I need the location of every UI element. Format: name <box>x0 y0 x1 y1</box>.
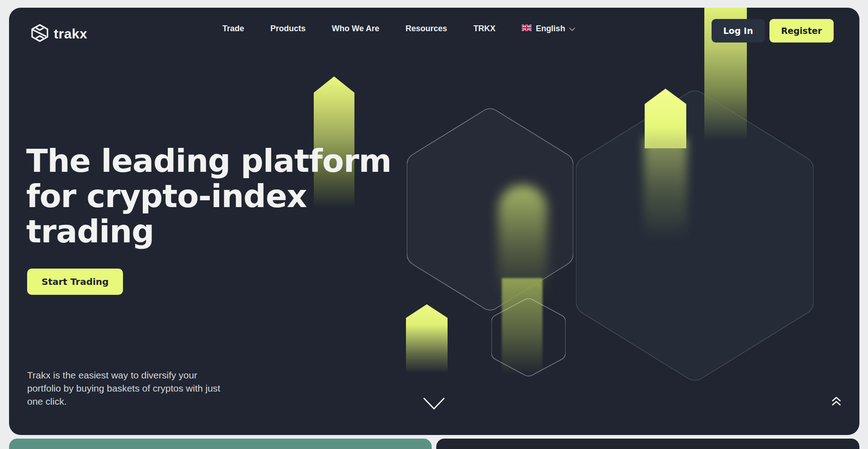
nav-item-trkx[interactable]: TRKX <box>473 24 495 33</box>
decor-lime-arrow-bottom <box>406 304 448 373</box>
nav-item-products[interactable]: Products <box>270 24 306 33</box>
main-navigation: Trade Products Who We Are Resources TRKX… <box>222 8 575 49</box>
decor-lime-arrow-right <box>645 89 686 148</box>
next-section-preview <box>9 439 859 449</box>
start-trading-button[interactable]: Start Trading <box>27 269 123 295</box>
nav-item-resources[interactable]: Resources <box>406 24 447 33</box>
uk-flag-icon <box>522 24 532 33</box>
teal-section-card <box>9 439 432 449</box>
page-background: { "colors": { "accent_lime": "#e7f87b", … <box>0 0 868 449</box>
nav-item-who-we-are[interactable]: Who We Are <box>332 24 379 33</box>
language-selector[interactable]: English <box>522 24 575 33</box>
logo-wordmark: trakx <box>54 26 87 42</box>
decor-hexagon-outline-small <box>491 298 566 377</box>
decor-lime-arrow-right-tail <box>644 138 687 240</box>
decor-olive-bar-center <box>502 278 542 375</box>
heading-line-3: trading <box>26 213 154 250</box>
auth-buttons: Log In Register <box>712 19 834 43</box>
trakx-logo[interactable]: trakx <box>30 24 87 44</box>
decor-hexagon-filled-right <box>576 89 814 383</box>
login-button[interactable]: Log In <box>712 19 765 43</box>
nav-item-trade[interactable]: Trade <box>222 24 244 33</box>
scroll-to-top-icon[interactable] <box>830 396 842 409</box>
hero-section: trakx Trade Products Who We Are Resource… <box>9 8 859 435</box>
decor-glow-bar-center <box>498 185 547 298</box>
page-title: The leading platform for crypto-index tr… <box>26 143 391 249</box>
chevron-down-icon <box>569 24 575 33</box>
scroll-down-arrow-icon <box>423 375 445 422</box>
trakx-logo-icon <box>30 24 49 44</box>
heading-line-2: for crypto-index <box>26 178 307 215</box>
register-button[interactable]: Register <box>769 19 834 43</box>
language-label: English <box>536 24 565 33</box>
dark-section-card <box>436 439 859 449</box>
heading-line-1: The leading platform <box>26 142 391 180</box>
hero-description: Trakx is the easiest way to diversify yo… <box>27 369 228 408</box>
decor-hexagon-outline-center <box>407 107 573 312</box>
